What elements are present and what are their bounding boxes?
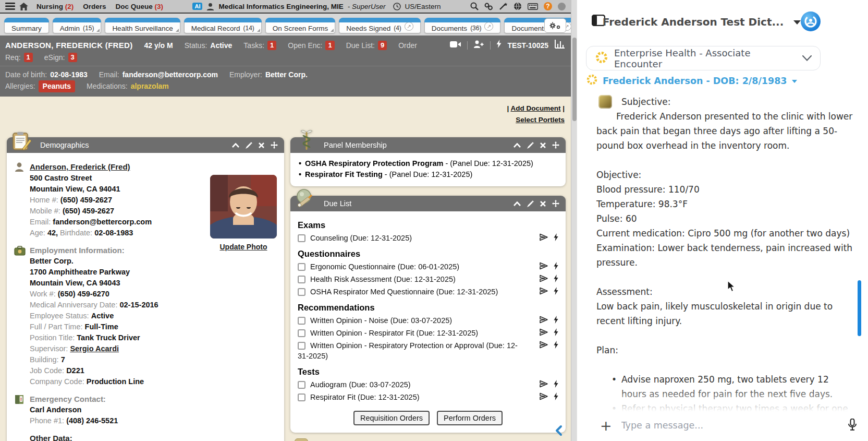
message-input[interactable] — [621, 420, 839, 431]
item-checkbox[interactable] — [298, 342, 305, 350]
collapse-icon[interactable] — [514, 201, 521, 206]
tab-settings-button[interactable] — [544, 18, 566, 33]
order-bolt-icon[interactable] — [554, 392, 558, 400]
send-plane-icon[interactable] — [540, 380, 548, 388]
attach-plus-button[interactable]: + — [600, 419, 612, 433]
send-plane-icon[interactable] — [540, 316, 548, 324]
send-plane-icon[interactable] — [540, 262, 548, 270]
order-bolt-icon[interactable] — [554, 287, 558, 295]
item-checkbox[interactable] — [298, 234, 305, 242]
chart-tab[interactable]: Medical Record (14) — [184, 18, 262, 33]
select-portlets-link[interactable]: Select Portlets — [516, 116, 565, 124]
organization-name[interactable]: Medical Informatics Engineering, MIE — [218, 3, 343, 10]
session-title-dropdown[interactable]: Frederick Anderson Test Dict... — [598, 16, 805, 28]
order-bolt-icon[interactable] — [554, 341, 558, 349]
send-plane-icon[interactable] — [540, 233, 548, 241]
send-plane-icon[interactable] — [540, 287, 548, 295]
video-camera-icon[interactable] — [450, 40, 461, 51]
requisition-orders-button[interactable]: Requisition Orders — [353, 411, 430, 425]
user-icon[interactable] — [206, 3, 214, 10]
order-bolt-icon[interactable] — [554, 275, 558, 282]
add-person-icon[interactable] — [473, 40, 484, 51]
collapse-icon[interactable] — [514, 143, 521, 148]
order-bolt-icon[interactable] — [554, 380, 558, 388]
open-enc-count-badge[interactable]: 1 — [325, 41, 334, 50]
search-icon[interactable] — [470, 2, 479, 10]
magic-wand-icon[interactable] — [499, 2, 508, 10]
assistant-logo[interactable] — [801, 11, 821, 31]
patient-id[interactable]: TEST-10025 — [507, 40, 548, 51]
send-plane-icon[interactable] — [540, 328, 548, 336]
chart-tab[interactable]: Documents (36) ↗ — [424, 18, 501, 33]
esign-count-badge[interactable]: 3 — [68, 53, 77, 62]
close-icon[interactable] — [259, 142, 264, 148]
globe-icon[interactable] — [514, 2, 522, 10]
ai-badge[interactable]: AI — [192, 3, 202, 10]
close-icon[interactable] — [540, 201, 546, 207]
ai-panel-scrollbar-thumb[interactable] — [858, 280, 861, 336]
move-icon[interactable] — [271, 141, 278, 149]
order-bolt-icon[interactable] — [554, 328, 558, 336]
item-checkbox[interactable] — [298, 329, 305, 337]
medication-value[interactable]: alprazolam — [131, 81, 169, 92]
send-plane-icon[interactable] — [540, 341, 548, 349]
order-link[interactable]: Order — [398, 40, 417, 51]
supervisor-link[interactable]: Sergio Acardi — [70, 344, 119, 353]
order-bolt-icon[interactable] — [554, 233, 558, 241]
popout-icon[interactable]: ↗ — [405, 22, 413, 31]
chart-tab[interactable]: Health Surveillance — [105, 18, 180, 33]
timezone-label[interactable]: US/Eastern — [405, 3, 441, 10]
chart-tab[interactable]: Needs Signed (4) ↗ — [339, 18, 420, 33]
tab-fold — [331, 29, 334, 32]
item-checkbox[interactable] — [298, 394, 305, 401]
collapse-icon[interactable] — [232, 143, 239, 148]
topbar-nav-item[interactable]: Nursing (2) — [36, 3, 74, 10]
move-icon[interactable] — [552, 200, 559, 207]
item-checkbox[interactable] — [298, 288, 305, 296]
collapse-panel-arrow[interactable] — [553, 424, 566, 439]
status-dot-icon[interactable] — [558, 3, 566, 10]
item-checkbox[interactable] — [298, 317, 305, 325]
perform-orders-button[interactable]: Perform Orders — [437, 411, 503, 425]
close-icon[interactable] — [540, 142, 546, 148]
tasks-count-badge[interactable]: 1 — [267, 41, 276, 50]
move-icon[interactable] — [552, 141, 559, 149]
chart-tab[interactable]: Summary — [4, 18, 49, 33]
quick-action-bolt-icon[interactable] — [496, 40, 502, 51]
item-checkbox[interactable] — [298, 276, 305, 283]
chart-tab[interactable]: On Screen Forms — [265, 18, 336, 33]
link-icon[interactable] — [484, 3, 493, 10]
item-checkbox[interactable] — [298, 381, 305, 389]
encounter-selector[interactable]: Enterprise Health - Associate Encounter — [586, 46, 821, 70]
due-list-count-badge[interactable]: 9 — [378, 41, 387, 50]
send-plane-icon[interactable] — [540, 392, 548, 400]
edit-pencil-icon[interactable] — [527, 200, 534, 207]
app-scrollbar-thumb[interactable] — [572, 38, 577, 121]
microphone-icon[interactable] — [848, 419, 857, 433]
order-bolt-icon[interactable] — [554, 316, 558, 324]
update-photo-link[interactable]: Update Photo — [220, 242, 267, 253]
patient-context-dropdown[interactable]: Frederick Anderson - DOB: 2/8/1983 — [586, 74, 797, 88]
patient-name[interactable]: ANDERSON, FREDERICK (FRED) — [5, 40, 132, 51]
home-icon[interactable] — [19, 3, 28, 10]
patient-name-link[interactable]: Anderson, Frederick (Fred) — [30, 162, 130, 171]
app-scrollbar[interactable] — [571, 0, 577, 441]
edit-pencil-icon[interactable] — [246, 142, 252, 149]
order-bolt-icon[interactable] — [554, 262, 558, 270]
add-document-link[interactable]: Add Document — [510, 104, 560, 112]
req-count-badge[interactable]: 1 — [24, 53, 33, 62]
hamburger-menu-icon[interactable] — [5, 3, 15, 10]
panel-item[interactable]: OSHA Respiratory Protection Program - (P… — [298, 158, 558, 169]
chart-tab[interactable]: Admin (15) — [53, 18, 102, 33]
keyboard-icon[interactable] — [528, 3, 538, 10]
allergy-badge[interactable]: Peanuts — [39, 80, 75, 92]
panel-item[interactable]: Respirator Fit Testing - (Panel Due: 12-… — [298, 169, 558, 180]
help-icon[interactable]: ? — [544, 2, 552, 10]
chart-stats-icon[interactable] — [554, 39, 566, 51]
send-plane-icon[interactable] — [540, 275, 548, 282]
topbar-nav-item[interactable]: Doc Queue (3) — [116, 3, 164, 10]
edit-pencil-icon[interactable] — [527, 142, 534, 149]
topbar-nav-item[interactable]: Orders — [83, 3, 106, 10]
item-checkbox[interactable] — [298, 263, 305, 271]
popout-icon[interactable]: ↗ — [484, 22, 493, 31]
